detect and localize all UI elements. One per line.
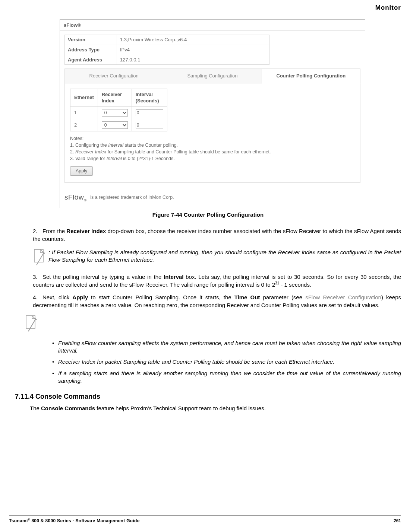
console-commands-para: The Console Commands feature helps Proxi… bbox=[30, 405, 401, 412]
cell-ethernet-2: 2 bbox=[70, 119, 98, 131]
col-ethernet: Ethernet bbox=[70, 89, 98, 106]
note-text: : If Packet Flow Sampling is already con… bbox=[48, 249, 401, 264]
screenshot-notes: Notes: 1. Configuring the Interval start… bbox=[70, 135, 355, 162]
trademark-text: is a registered trademark of InMon Corp. bbox=[90, 194, 174, 201]
bullet-3: If a sampling starts and there is alread… bbox=[52, 370, 401, 385]
page-section-title: Monitor bbox=[9, 4, 401, 14]
interval-input-1[interactable] bbox=[136, 109, 163, 116]
tab-counter-polling-config[interactable]: Counter Polling Configuration bbox=[262, 69, 360, 83]
note-blank bbox=[25, 315, 401, 332]
step-2: 2.From the Receiver Index drop-down box,… bbox=[33, 227, 401, 243]
apply-button[interactable]: Apply bbox=[70, 166, 93, 176]
note-icon bbox=[25, 315, 38, 332]
sflow-logo-icon: sFlöw® bbox=[64, 192, 86, 203]
trademark-line: sFlöw® is a registered trademark of InMo… bbox=[64, 192, 360, 203]
bullet-1: Enabling sFlow counter sampling effects … bbox=[52, 340, 401, 355]
receiver-index-select-1[interactable]: 0 bbox=[102, 109, 128, 117]
counter-polling-panel: Ethernet Receiver Index Interval (Second… bbox=[64, 83, 360, 183]
table-row: 1 0 bbox=[70, 106, 167, 119]
col-receiver-index: Receiver Index bbox=[98, 89, 132, 106]
field-value-agent-address: 127.0.0.1 bbox=[117, 55, 269, 65]
bullet-2: Receiver Index for packet Sampling table… bbox=[52, 358, 401, 366]
section-heading-console-commands: 7.11.4 Console Commands bbox=[15, 392, 401, 401]
table-row: 2 0 bbox=[70, 119, 167, 131]
footer-guide: 800 & 8000 Series - Software Management … bbox=[30, 518, 140, 523]
interval-input-2[interactable] bbox=[136, 122, 163, 128]
tab-receiver-config[interactable]: Receiver Configuration bbox=[64, 69, 163, 83]
sflow-screenshot: sFlow® Version 1.3;Proxim Wireless Corp.… bbox=[60, 19, 365, 208]
svg-line-4 bbox=[28, 319, 36, 331]
page-footer: Tsunami® 800 & 8000 Series - Software Ma… bbox=[9, 515, 401, 524]
note-bullet-list: Enabling sFlow counter sampling effects … bbox=[52, 340, 401, 385]
sflow-fields-table: Version 1.3;Proxim Wireless Corp.;v6.4 A… bbox=[64, 35, 269, 65]
header-rule bbox=[9, 14, 401, 14]
figure-caption: Figure 7-44 Counter Polling Configuratio… bbox=[15, 211, 401, 219]
footer-product: Tsunami bbox=[9, 518, 28, 523]
col-interval: Interval (Seconds) bbox=[132, 89, 167, 106]
note-packet-flow: : If Packet Flow Sampling is already con… bbox=[33, 249, 401, 266]
sflow-panel-title: sFlow® bbox=[60, 20, 365, 31]
page-number: 261 bbox=[394, 518, 401, 524]
receiver-index-select-2[interactable]: 0 bbox=[102, 121, 128, 129]
counter-polling-table: Ethernet Receiver Index Interval (Second… bbox=[70, 89, 167, 131]
svg-line-1 bbox=[37, 252, 44, 265]
field-label-version: Version bbox=[65, 35, 117, 45]
tab-strip: Receiver Configuration Sampling Configur… bbox=[64, 69, 360, 83]
note-icon bbox=[33, 249, 46, 266]
field-value-address-type: IPv4 bbox=[117, 45, 269, 55]
step-4: 4.Next, click Apply to start Counter Pol… bbox=[33, 294, 401, 309]
step-3: 3.Set the polling interval by typing a v… bbox=[33, 273, 401, 289]
field-label-address-type: Address Type bbox=[65, 45, 117, 55]
field-label-agent-address: Agent Address bbox=[65, 55, 117, 65]
tab-sampling-config[interactable]: Sampling Configuration bbox=[163, 69, 262, 83]
field-value-version: 1.3;Proxim Wireless Corp.;v6.4 bbox=[117, 35, 269, 45]
cell-ethernet-1: 1 bbox=[70, 106, 98, 119]
